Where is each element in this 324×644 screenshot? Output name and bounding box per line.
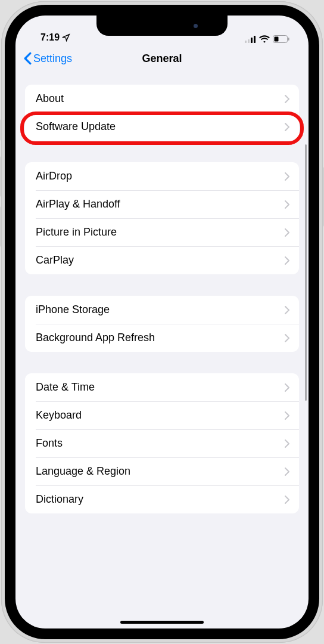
page-title: General [142, 52, 182, 65]
home-indicator[interactable] [120, 621, 204, 624]
chevron-right-icon [285, 200, 289, 209]
row-carplay[interactable]: CarPlay [25, 246, 299, 274]
settings-group: Date & TimeKeyboardFontsLanguage & Regio… [25, 373, 299, 513]
row-fonts[interactable]: Fonts [25, 429, 299, 457]
settings-group: iPhone StorageBackground App Refresh [25, 296, 299, 352]
phone-frame: 7:19 [1, 1, 323, 643]
row-label: iPhone Storage [36, 304, 110, 316]
nav-header: Settings General [15, 44, 309, 73]
row-iphone-storage[interactable]: iPhone Storage [25, 296, 299, 324]
screen: 7:19 [15, 16, 309, 628]
svg-rect-0 [245, 41, 247, 43]
row-date-time[interactable]: Date & Time [25, 373, 299, 401]
row-label: About [36, 92, 64, 105]
row-label: Picture in Picture [36, 226, 117, 239]
mute-switch [0, 119, 1, 141]
status-time: 7:19 [40, 32, 60, 43]
notch [96, 16, 228, 36]
row-dictionary[interactable]: Dictionary [25, 485, 299, 513]
back-button[interactable]: Settings [24, 52, 72, 65]
row-label: Date & Time [36, 381, 95, 394]
svg-rect-3 [254, 36, 256, 43]
row-label: Fonts [36, 437, 63, 450]
row-label: AirPlay & Handoff [36, 198, 120, 210]
row-label: Dictionary [36, 493, 83, 506]
location-arrow-icon [62, 33, 70, 42]
chevron-right-icon [285, 439, 289, 448]
volume-down-button [0, 206, 1, 247]
chevron-right-icon [285, 306, 289, 314]
settings-content[interactable]: AboutSoftware UpdateAirDropAirPlay & Han… [15, 73, 309, 628]
row-label: Language & Region [36, 465, 130, 478]
wifi-icon [259, 35, 270, 43]
chevron-right-icon [285, 334, 289, 342]
chevron-right-icon [285, 228, 289, 237]
volume-up-button [0, 156, 1, 197]
chevron-right-icon [285, 411, 289, 420]
svg-rect-6 [288, 38, 289, 41]
row-airdrop[interactable]: AirDrop [25, 162, 299, 190]
battery-icon [273, 35, 289, 43]
settings-group: AirDropAirPlay & HandoffPicture in Pictu… [25, 162, 299, 274]
row-label: CarPlay [36, 254, 74, 267]
phone-bezel: 7:19 [5, 5, 319, 639]
cellular-icon [245, 36, 256, 43]
scroll-indicator[interactable] [305, 144, 307, 401]
svg-rect-2 [251, 38, 253, 43]
row-label: Software Update [36, 120, 116, 133]
settings-group: AboutSoftware Update [25, 85, 299, 141]
row-background-app-refresh[interactable]: Background App Refresh [25, 324, 299, 352]
svg-rect-1 [248, 39, 250, 43]
row-software-update[interactable]: Software Update [25, 113, 299, 141]
row-label: Keyboard [36, 409, 82, 422]
row-about[interactable]: About [25, 85, 299, 113]
chevron-right-icon [285, 95, 289, 103]
row-language-region[interactable]: Language & Region [25, 457, 299, 485]
chevron-right-icon [285, 383, 289, 392]
camera-dot [194, 24, 198, 28]
chevron-left-icon [24, 52, 32, 65]
chevron-right-icon [285, 496, 289, 504]
chevron-right-icon [285, 256, 289, 265]
row-keyboard[interactable]: Keyboard [25, 401, 299, 429]
chevron-right-icon [285, 123, 289, 131]
row-label: Background App Refresh [36, 332, 155, 344]
row-airplay-handoff[interactable]: AirPlay & Handoff [25, 190, 299, 218]
row-picture-in-picture[interactable]: Picture in Picture [25, 218, 299, 246]
back-label: Settings [33, 52, 72, 65]
chevron-right-icon [285, 172, 289, 181]
svg-rect-5 [275, 37, 279, 42]
row-label: AirDrop [36, 170, 72, 182]
chevron-right-icon [285, 467, 289, 476]
